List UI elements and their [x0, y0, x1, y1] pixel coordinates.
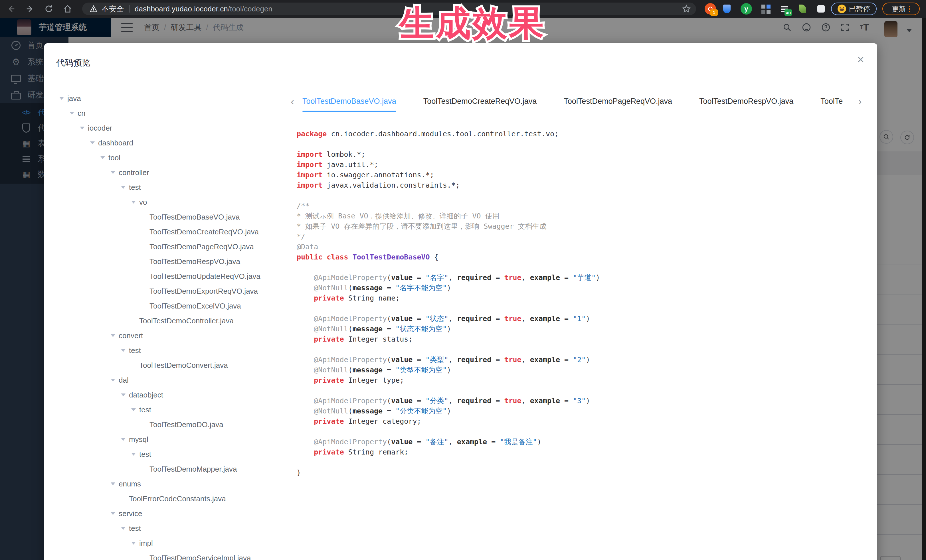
- tree-file-node[interactable]: ToolTestDemoUpdateReqVO.java: [59, 269, 287, 284]
- code-line: @ApiModelProperty(value = "类型", required…: [297, 355, 873, 365]
- tree-node-label: ToolTestDemoBaseVO.java: [150, 213, 240, 222]
- file-tab[interactable]: ToolTestDemoRespVO.java: [699, 91, 793, 112]
- forward-icon[interactable]: [24, 3, 36, 15]
- tree-expand-caret-icon[interactable]: [111, 334, 115, 337]
- tree-node-label: controller: [119, 168, 149, 177]
- file-tab[interactable]: ToolTe: [820, 91, 843, 112]
- tree-folder-node[interactable]: test: [59, 180, 287, 195]
- tree-file-node[interactable]: ToolTestDemoMapper.java: [59, 462, 287, 477]
- tree-folder-node[interactable]: vo: [59, 195, 287, 210]
- tree-file-node[interactable]: ToolTestDemoServiceImpl.java: [59, 551, 287, 560]
- tree-file-node[interactable]: ToolTestDemoConvert.java: [59, 358, 287, 373]
- tree-node-label: impl: [139, 539, 153, 548]
- tabs-scroll-right-icon[interactable]: ›: [854, 91, 866, 112]
- code-line: [297, 427, 873, 437]
- file-tab[interactable]: ToolTestDemoPageReqVO.java: [564, 91, 672, 112]
- tree-file-node[interactable]: ToolTestDemoBaseVO.java: [59, 210, 287, 224]
- tree-file-node[interactable]: ToolTestDemoCreateReqVO.java: [59, 224, 287, 239]
- tree-expand-caret-icon[interactable]: [121, 527, 126, 530]
- url-bar[interactable]: 不安全 dashboard.yudao.iocoder.cn/tool/code…: [82, 3, 696, 15]
- tree-expand-caret-icon[interactable]: [121, 186, 126, 189]
- tabs-scroll-left-icon[interactable]: ‹: [287, 91, 298, 112]
- tree-folder-node[interactable]: test: [59, 447, 287, 462]
- tree-node-label: ToolTestDemoCreateReqVO.java: [150, 228, 259, 236]
- home-icon[interactable]: [62, 3, 74, 15]
- profile-paused-chip[interactable]: 已暂停: [831, 3, 877, 15]
- tree-node-label: dal: [119, 376, 129, 385]
- code-preview-dialog: 代码预览 × javacniocoderdashboardtoolcontrol…: [44, 43, 877, 560]
- update-chip[interactable]: 更新: [882, 3, 920, 15]
- code-line: [297, 457, 873, 468]
- tree-expand-caret-icon[interactable]: [111, 483, 115, 485]
- tree-node-label: ToolTestDemoRespVO.java: [150, 257, 240, 266]
- tree-folder-node[interactable]: mysql: [59, 432, 287, 447]
- tree-file-node[interactable]: ToolTestDemoDO.java: [59, 417, 287, 432]
- tree-folder-node[interactable]: dataobject: [59, 388, 287, 402]
- tree-folder-node[interactable]: dashboard: [59, 136, 287, 150]
- tree-folder-node[interactable]: java: [59, 91, 287, 106]
- tree-folder-node[interactable]: enums: [59, 477, 287, 491]
- tree-expand-caret-icon[interactable]: [121, 438, 126, 441]
- update-label: 更新: [892, 4, 906, 14]
- tree-expand-caret-icon[interactable]: [111, 379, 115, 382]
- close-icon[interactable]: ×: [857, 54, 864, 66]
- tree-expand-caret-icon[interactable]: [131, 408, 136, 411]
- tree-node-label: test: [139, 450, 151, 459]
- extension-ubuntu-icon[interactable]: 1: [705, 3, 716, 15]
- file-tab[interactable]: ToolTestDemoCreateReqVO.java: [423, 91, 537, 112]
- tree-file-node[interactable]: ToolTestDemoController.java: [59, 313, 287, 328]
- code-line: @ApiModelProperty(value = "状态", required…: [297, 314, 873, 324]
- extension-leaf-icon[interactable]: [797, 3, 808, 15]
- tree-expand-caret-icon[interactable]: [131, 201, 136, 204]
- tree-folder-node[interactable]: tool: [59, 150, 287, 165]
- tree-folder-node[interactable]: impl: [59, 536, 287, 551]
- extension-list-icon[interactable]: on: [779, 3, 790, 15]
- code-line: * 如果子 VO 存在差异的字段，请不要添加到这里，影响 Swagger 文档生…: [297, 221, 873, 231]
- tree-expand-caret-icon[interactable]: [59, 97, 64, 100]
- tree-expand-caret-icon[interactable]: [121, 394, 126, 396]
- tree-folder-node[interactable]: dal: [59, 373, 287, 388]
- tree-expand-caret-icon[interactable]: [70, 112, 74, 115]
- file-tree: javacniocoderdashboardtoolcontrollertest…: [59, 91, 287, 560]
- tree-node-label: dashboard: [98, 139, 133, 147]
- menu-dots-icon[interactable]: [909, 6, 910, 12]
- extension-grid-icon[interactable]: [760, 3, 772, 15]
- tree-file-node[interactable]: ToolErrorCodeConstants.java: [59, 491, 287, 506]
- extension-y-icon[interactable]: y: [741, 3, 752, 15]
- tree-expand-caret-icon[interactable]: [131, 542, 136, 545]
- extension-puzzle-icon[interactable]: [815, 3, 827, 15]
- tree-file-node[interactable]: ToolTestDemoExcelVO.java: [59, 299, 287, 313]
- code-line: [297, 262, 873, 273]
- code-line: @NotNull(message = "分类不能为空"): [297, 406, 873, 416]
- tree-expand-caret-icon[interactable]: [111, 512, 115, 515]
- tree-folder-node[interactable]: controller: [59, 165, 287, 180]
- tree-expand-caret-icon[interactable]: [80, 127, 85, 130]
- code-line: * 测试示例 Base VO，提供给添加、修改、详细的子 VO 使用: [297, 211, 873, 221]
- tree-folder-node[interactable]: cn: [59, 106, 287, 121]
- tree-file-node[interactable]: ToolTestDemoExportReqVO.java: [59, 284, 287, 299]
- tree-expand-caret-icon[interactable]: [90, 142, 95, 144]
- back-icon[interactable]: [5, 3, 17, 15]
- dialog-title: 代码预览: [56, 57, 91, 69]
- tree-file-node[interactable]: ToolTestDemoRespVO.java: [59, 254, 287, 269]
- tree-expand-caret-icon[interactable]: [121, 349, 126, 352]
- tree-node-label: ToolTestDemoPageReqVO.java: [150, 242, 254, 251]
- tree-folder-node[interactable]: convert: [59, 328, 287, 343]
- code-line: [297, 190, 873, 201]
- window-scrollbar[interactable]: [922, 18, 926, 560]
- tree-expand-caret-icon[interactable]: [131, 453, 136, 456]
- tree-expand-caret-icon[interactable]: [111, 171, 115, 174]
- code-line: [297, 385, 873, 396]
- tree-folder-node[interactable]: test: [59, 521, 287, 536]
- tree-file-node[interactable]: ToolTestDemoPageReqVO.java: [59, 239, 287, 254]
- bookmark-star-icon[interactable]: [682, 4, 691, 14]
- tree-folder-node[interactable]: test: [59, 402, 287, 417]
- tree-folder-node[interactable]: iocoder: [59, 121, 287, 136]
- security-label[interactable]: 不安全: [101, 4, 124, 14]
- reload-icon[interactable]: [43, 3, 55, 15]
- tree-folder-node[interactable]: service: [59, 506, 287, 521]
- file-tab[interactable]: ToolTestDemoBaseVO.java: [303, 91, 396, 112]
- tree-folder-node[interactable]: test: [59, 343, 287, 358]
- extension-gem-icon[interactable]: [721, 3, 732, 15]
- tree-expand-caret-icon[interactable]: [100, 156, 105, 159]
